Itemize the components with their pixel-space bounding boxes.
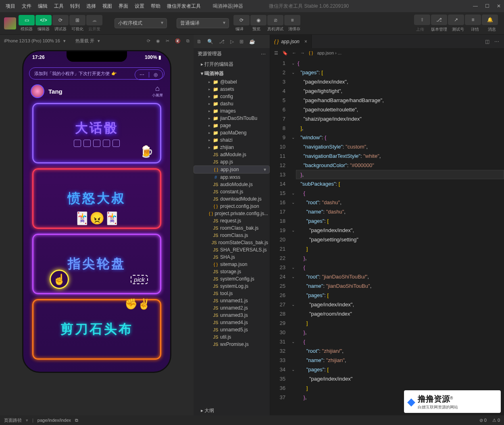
debugger-button[interactable]: ⟳ — [52, 15, 69, 25]
tree-item-systemLogjs[interactable]: JSsystemLog.js — [194, 283, 270, 290]
toggle-sidebar-icon[interactable]: ☰ — [274, 50, 278, 56]
game-card-roulette[interactable]: 指尖轮盘 ☝ pick — [32, 234, 161, 294]
tree-item-projectprivateconfigjs[interactable]: { }project.private.config.js... — [194, 210, 270, 217]
bookmark-icon[interactable]: 🔖 — [282, 50, 288, 56]
tree-item-systemConfigjs[interactable]: JSsystemConfig.js — [194, 275, 270, 283]
tree-item-unnamed1js[interactable]: JSunnamed1.js — [194, 297, 270, 304]
visual-button[interactable]: ⊞ — [69, 15, 85, 25]
menu-help[interactable]: 帮助 — [148, 3, 163, 10]
tree-item-unnamed3js[interactable]: JSunnamed3.js — [194, 312, 270, 319]
breadcrumb-path[interactable]: app.json › ... — [317, 50, 342, 55]
tree-item-jianDaoShiTouBu[interactable]: ▸📁jianDaoShiTouBu — [194, 115, 270, 122]
tree-item-projectconfigjson[interactable]: { }project.config.json — [194, 203, 270, 210]
tree-item-audioModulejs[interactable]: JSaudioModule.js — [194, 181, 270, 188]
tree-item-shaizi[interactable]: ▸📁shaizi — [194, 136, 270, 144]
compile-button[interactable]: ⟳ — [233, 15, 250, 25]
sim-mute-icon[interactable]: 🔇 — [175, 38, 181, 44]
tree-item-paoMaDeng[interactable]: ▸📁paoMaDeng — [194, 129, 270, 136]
tree-item-page[interactable]: ▸📁page — [194, 122, 270, 129]
menu-select[interactable]: 选择 — [84, 3, 98, 10]
sim-cut-icon[interactable]: ✂ — [166, 38, 169, 44]
fold-gutter[interactable]: ⌄⌄⌄⌄⌄⌄⌄⌄⌄⌄⌄ — [290, 58, 296, 415]
menu-settings[interactable]: 设置 — [132, 3, 147, 10]
window-minimize-icon[interactable]: — — [473, 3, 478, 9]
menu-view[interactable]: 视图 — [100, 3, 115, 10]
tree-item-SHAjs[interactable]: JSSHA.js — [194, 253, 270, 261]
tab-close-icon[interactable]: × — [304, 39, 307, 44]
detail-button[interactable]: ≡ — [465, 15, 481, 25]
tree-item-wxPromisejs[interactable]: JSwxPromise.js — [194, 341, 270, 348]
tree-item-images[interactable]: ▸📁images — [194, 107, 270, 115]
simulator-button[interactable]: ▭ — [19, 15, 35, 25]
project-root[interactable]: ▾ 喝酒神器 — [194, 69, 270, 78]
mode-select[interactable]: 小程序模式 — [115, 18, 167, 28]
tree-item-unnamed5js[interactable]: JSunnamed5.js — [194, 326, 270, 333]
preview-button[interactable]: ◉ — [250, 15, 267, 25]
tree-item-appwxss[interactable]: #app.wxss — [194, 174, 270, 181]
debug-tab-icon[interactable]: ▷ — [230, 39, 234, 44]
split-editor-icon[interactable]: ◫ — [485, 39, 489, 44]
device-select[interactable]: iPhone 12/13 (Pro) 100% 16 — [4, 38, 60, 43]
tree-item-utiljs[interactable]: JSutil.js — [194, 333, 270, 341]
route-path[interactable]: page/index/index — [37, 418, 71, 423]
copy-route-icon[interactable]: ⧉ — [75, 418, 78, 423]
tree-item-assets[interactable]: ▸📁assets — [194, 86, 270, 93]
tree-item-roomClass_bakjs[interactable]: JSroomClass_bak.js — [194, 224, 270, 232]
game-card-rps[interactable]: 剪刀石头布 ✊✌ — [32, 299, 161, 360]
add-tip-bar[interactable]: 添加到「我的小程序」下次打开更方便 👉 — [29, 67, 165, 80]
version-button[interactable]: ⎇ — [431, 15, 447, 25]
nav-back-icon[interactable]: ← — [292, 50, 296, 55]
real-debug-button[interactable]: ⎚ — [267, 15, 283, 25]
menu-tools[interactable]: 工具 — [52, 3, 66, 10]
user-avatar[interactable] — [4, 17, 16, 29]
tree-item-constantjs[interactable]: JSconstant.js — [194, 188, 270, 195]
tree-item-requestjs[interactable]: JSrequest.js — [194, 217, 270, 224]
cloud-dev-button[interactable]: ☁ — [86, 15, 102, 25]
game-card-angry[interactable]: 愤怒大叔 🃏😠🃏 — [32, 168, 161, 229]
search-tab-icon[interactable]: 🔍 — [207, 39, 213, 44]
phone-simulator[interactable]: 17:26 100% ▮ ⋯ ◎ 添加到「我的小程序」下次打开更方便 👉 Tan… — [22, 50, 171, 373]
ext-tab-icon[interactable]: ⊞ — [240, 39, 244, 44]
tree-item-unnamed4js[interactable]: JSunnamed4.js — [194, 319, 270, 326]
window-maximize-icon[interactable]: ☐ — [485, 3, 489, 9]
code-area[interactable]: 1234567891011121314151617181920212223242… — [270, 58, 504, 415]
tree-item-downloadModulejs[interactable]: JSdownloadModule.js — [194, 195, 270, 203]
warnings-count[interactable]: ⚠ 0 — [492, 418, 500, 423]
tree-item-unnamed2js[interactable]: JSunnamed2.js — [194, 304, 270, 312]
editor-more-icon[interactable]: ⋯ — [494, 39, 499, 44]
git-tab-icon[interactable]: ⎇ — [219, 39, 225, 44]
hot-reload-toggle[interactable]: 热重载 开 — [75, 38, 94, 44]
window-close-icon[interactable]: ✕ — [497, 3, 501, 9]
game-card-dice[interactable]: 大话骰 🍺 — [32, 103, 161, 163]
explorer-tab-icon[interactable]: 🗎 — [197, 39, 202, 44]
errors-count[interactable]: ⊘ 0 — [479, 418, 487, 423]
sim-record-icon[interactable]: ◉ — [156, 38, 160, 44]
tree-item-config[interactable]: ▸📁config — [194, 93, 270, 100]
tree-item-appjson[interactable]: { }app.json — [194, 165, 270, 174]
explorer-more-icon[interactable]: ⋯ — [261, 51, 266, 57]
editor-button[interactable]: </> — [35, 15, 52, 25]
sim-user-avatar[interactable] — [31, 84, 44, 98]
tree-item-roomClassjs[interactable]: JSroomClass.js — [194, 232, 270, 239]
outline-section[interactable]: ▸ 大纲 — [194, 406, 270, 415]
tree-item-dashu[interactable]: ▸📁dashu — [194, 100, 270, 107]
menu-ui[interactable]: 界面 — [116, 3, 131, 10]
sim-popout-icon[interactable]: ⧉ — [186, 38, 190, 44]
tree-item-zhijian[interactable]: ▸📁zhijian — [194, 144, 270, 151]
nav-fwd-icon[interactable]: → — [300, 50, 305, 55]
message-button[interactable]: 🔔 — [482, 15, 498, 25]
tree-item-babel[interactable]: ▸📁@babel — [194, 78, 270, 86]
tree-item-storagejs[interactable]: JSstorage.js — [194, 268, 270, 275]
editor-tab-appjson[interactable]: { } app.json × — [270, 35, 312, 48]
tree-item-SHA_REVERSALSjs[interactable]: JSSHA_REVERSALS.js — [194, 246, 270, 253]
tree-item-adModulejs[interactable]: JSadModule.js — [194, 151, 270, 158]
tree-item-roomStateClass_bakjs[interactable]: JSroomStateClass_bak.js — [194, 239, 270, 246]
open-editors-section[interactable]: ▸ 打开的编辑器 — [194, 60, 270, 69]
menu-file[interactable]: 文件 — [19, 3, 34, 10]
code-content[interactable]: { "pages": [ "page/index/index", "page/l… — [296, 58, 504, 415]
tree-item-tooljs[interactable]: JStool.js — [194, 290, 270, 297]
menu-goto[interactable]: 转到 — [68, 3, 82, 10]
tree-item-appjs[interactable]: JSapp.js — [194, 158, 270, 165]
menu-project[interactable]: 项目 — [3, 3, 18, 10]
compile-select[interactable]: 普通编译 — [177, 18, 229, 28]
